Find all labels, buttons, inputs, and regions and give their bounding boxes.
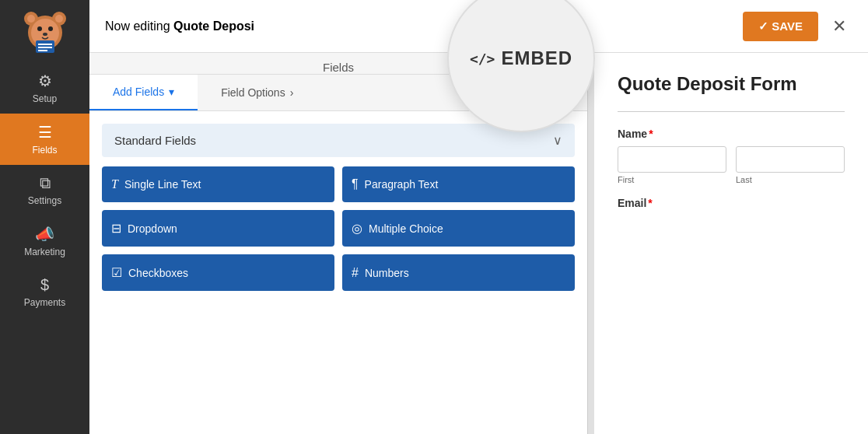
main-area: Now editing Quote Deposi </> EMBED ✓ SAV…	[89, 0, 868, 434]
app-logo	[22, 8, 68, 54]
multiple-choice-icon: ◎	[352, 221, 362, 236]
marketing-icon: 📣	[35, 225, 54, 243]
svg-point-4	[55, 15, 63, 23]
field-btn-multiple-choice[interactable]: ◎ Multiple Choice	[342, 210, 575, 247]
sidebar-item-settings[interactable]: ⧉ Settings	[0, 165, 89, 215]
sidebar-item-label-setup: Setup	[33, 93, 57, 104]
fields-content: Standard Fields ∨ T Single Line Text ¶ P…	[89, 111, 587, 434]
field-btn-numbers[interactable]: # Numbers	[342, 254, 575, 291]
email-label: Email *	[618, 197, 845, 209]
form-group-email: Email *	[618, 197, 845, 209]
chevron-right-icon: ›	[290, 86, 294, 99]
tab-add-fields[interactable]: Add Fields ▾	[89, 75, 198, 110]
dropdown-icon: ⊟	[111, 221, 121, 236]
topbar-actions: ✓ SAVE ✕	[743, 12, 852, 41]
form-preview: Quote Deposit Form Name * First Last	[593, 53, 868, 434]
field-buttons-grid: T Single Line Text ¶ Paragraph Text ⊟ Dr…	[102, 166, 575, 291]
form-name: Quote Deposi	[173, 19, 254, 33]
editing-prefix: Now editing	[105, 19, 173, 33]
embed-code-icon: </>	[470, 51, 495, 67]
topbar: Now editing Quote Deposi </> EMBED ✓ SAV…	[89, 0, 868, 53]
sidebar-item-label-marketing: Marketing	[24, 247, 65, 257]
name-label: Name *	[618, 128, 845, 140]
sidebar-item-label-payments: Payments	[24, 297, 65, 308]
sidebar: ⚙ Setup ☰ Fields ⧉ Settings 📣 Marketing …	[0, 0, 89, 434]
name-fields: First Last	[618, 146, 845, 184]
paragraph-text-icon: ¶	[352, 177, 359, 191]
sidebar-item-marketing[interactable]: 📣 Marketing	[0, 215, 89, 267]
svg-point-7	[48, 26, 53, 31]
form-divider	[618, 111, 845, 112]
numbers-icon: #	[352, 266, 359, 280]
last-name-input[interactable]	[736, 146, 845, 173]
payments-icon: $	[40, 276, 49, 294]
scroll-strip	[587, 53, 593, 434]
close-button[interactable]: ✕	[826, 13, 852, 40]
form-title: Quote Deposit Form	[618, 72, 845, 96]
field-btn-paragraph-text[interactable]: ¶ Paragraph Text	[342, 166, 575, 202]
checkboxes-icon: ☑	[111, 265, 122, 280]
svg-point-3	[27, 15, 35, 23]
setup-icon: ⚙	[38, 72, 52, 90]
single-line-text-icon: T	[111, 177, 118, 191]
embed-content: </> EMBED	[470, 47, 572, 69]
field-btn-dropdown[interactable]: ⊟ Dropdown	[102, 210, 334, 247]
section-header-label: Standard Fields	[114, 134, 196, 147]
svg-point-8	[43, 33, 47, 36]
first-name-input[interactable]	[618, 146, 726, 173]
settings-icon: ⧉	[40, 174, 51, 192]
name-required-star: *	[649, 128, 653, 140]
svg-point-6	[37, 26, 42, 31]
email-required-star: *	[648, 197, 652, 209]
last-name-field: Last	[736, 146, 845, 184]
field-btn-checkboxes[interactable]: ☑ Checkboxes	[102, 254, 334, 291]
field-btn-single-line-text[interactable]: T Single Line Text	[102, 166, 334, 202]
first-name-sub-label: First	[618, 175, 726, 184]
save-button[interactable]: ✓ SAVE	[743, 12, 818, 41]
chevron-down-icon: ▾	[169, 86, 174, 98]
sidebar-item-fields[interactable]: ☰ Fields	[0, 114, 89, 165]
sidebar-item-label-fields: Fields	[32, 145, 57, 156]
form-group-name: Name * First Last	[618, 128, 845, 184]
sidebar-item-setup[interactable]: ⚙ Setup	[0, 62, 89, 114]
tab-field-options[interactable]: Field Options ›	[198, 75, 317, 110]
sidebar-item-label-settings: Settings	[28, 195, 61, 206]
sidebar-item-payments[interactable]: $ Payments	[0, 267, 89, 317]
section-chevron-icon: ∨	[553, 133, 562, 148]
last-name-sub-label: Last	[736, 175, 845, 184]
embed-label: EMBED	[501, 47, 572, 69]
fields-icon: ☰	[38, 123, 52, 142]
first-name-field: First	[618, 146, 726, 184]
topbar-title: Now editing Quote Deposi	[105, 19, 254, 33]
